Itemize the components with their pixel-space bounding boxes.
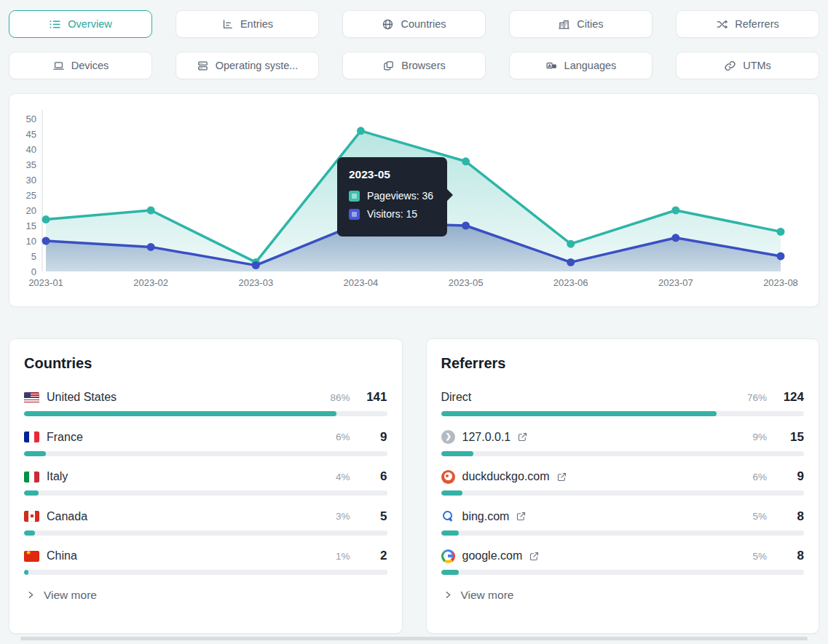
tab-countries[interactable]: Countries — [342, 10, 486, 38]
progress-track — [24, 451, 387, 456]
progress-track — [24, 570, 387, 575]
external-link-icon[interactable] — [529, 551, 540, 562]
server-icon — [197, 60, 209, 72]
progress-fill — [441, 570, 460, 575]
country-row-china: China 1% 2 — [24, 549, 387, 575]
progress-fill — [441, 530, 460, 536]
tab-devices[interactable]: Devices — [9, 52, 152, 79]
external-link-icon[interactable] — [516, 511, 527, 522]
duckduckgo-favicon-icon — [441, 470, 455, 484]
tab-browsers-label: Browsers — [401, 60, 445, 71]
country-name[interactable]: Canada — [47, 510, 87, 523]
tab-overview[interactable]: Overview — [9, 10, 152, 38]
referrer-count: 8 — [779, 509, 804, 524]
svg-text:5: 5 — [31, 251, 36, 262]
referrer-row-127-0-0-1: 127.0.0.1 9% 15 — [441, 430, 805, 456]
referrer-percent: 9% — [752, 432, 767, 442]
tab-languages[interactable]: Languages — [509, 52, 652, 79]
google-favicon-icon — [441, 549, 455, 563]
svg-text:2023-06: 2023-06 — [553, 277, 588, 288]
country-percent: 3% — [336, 511, 350, 522]
referrer-row-duckduckgo: duckduckgo.com 6% 9 — [441, 469, 805, 496]
referrer-count: 8 — [779, 549, 804, 563]
referrer-name[interactable]: bing.com — [462, 510, 510, 523]
visitors-legend-swatch — [349, 209, 360, 220]
progress-track — [24, 490, 387, 496]
list-icon — [49, 18, 61, 31]
shuffle-icon — [716, 18, 728, 31]
buildings-icon — [558, 18, 570, 31]
country-name[interactable]: France — [47, 431, 83, 444]
country-name[interactable]: China — [47, 549, 77, 562]
referrer-name[interactable]: duckduckgo.com — [462, 470, 550, 483]
referrer-name[interactable]: google.com — [462, 549, 523, 562]
progress-fill — [24, 451, 46, 456]
country-name[interactable]: Italy — [47, 470, 68, 483]
referrer-count: 124 — [779, 390, 804, 405]
tab-utms[interactable]: UTMs — [676, 52, 819, 79]
progress-fill — [441, 490, 463, 496]
country-percent: 4% — [336, 472, 350, 482]
country-name[interactable]: United States — [47, 391, 117, 404]
referrer-name[interactable]: 127.0.0.1 — [462, 431, 511, 444]
italy-flag-icon — [24, 472, 39, 482]
country-row-canada: Canada 3% 5 — [24, 509, 387, 536]
tab-referrers[interactable]: Referrers — [676, 10, 819, 38]
progress-fill — [24, 570, 28, 575]
external-link-icon[interactable] — [556, 472, 567, 482]
countries-card-title: Countries — [24, 355, 387, 372]
tab-row-1: Overview Entries Countries Cities Referr… — [9, 10, 819, 38]
svg-text:2023-04: 2023-04 — [344, 277, 379, 288]
tooltip-visitors-value: Visitors: 15 — [367, 208, 417, 220]
tab-devices-label: Devices — [71, 60, 109, 71]
view-more-label: View more — [44, 589, 97, 602]
view-more-label: View more — [461, 589, 514, 602]
bing-favicon-icon — [441, 509, 455, 523]
tooltip-pageviews-value: Pageviews: 36 — [367, 190, 433, 202]
countries-view-more-button[interactable]: View more — [24, 589, 387, 602]
referrers-card: Referrers Direct 76% 124 127.0.0.1 9% 15 — [426, 338, 820, 634]
us-flag-icon — [24, 392, 39, 403]
referrer-count: 15 — [779, 430, 804, 445]
country-count: 5 — [363, 509, 387, 524]
svg-text:30: 30 — [26, 175, 36, 186]
france-flag-icon — [24, 432, 39, 442]
china-flag-icon — [24, 551, 39, 562]
referrer-percent: 5% — [752, 511, 767, 522]
stats-cards-row: Countries United States 86% 141 France 6… — [9, 338, 819, 634]
tab-languages-label: Languages — [564, 60, 617, 71]
progress-fill — [24, 530, 35, 536]
globe-icon — [382, 18, 394, 31]
svg-text:2023-08: 2023-08 — [763, 277, 798, 288]
chevron-right-icon — [443, 590, 453, 600]
tab-referrers-label: Referrers — [735, 18, 778, 30]
tooltip-date: 2023-05 — [349, 168, 435, 181]
external-link-icon[interactable] — [517, 432, 528, 442]
laptop-icon — [52, 60, 65, 72]
tab-browsers[interactable]: Browsers — [342, 52, 486, 79]
tab-utms-label: UTMs — [743, 60, 771, 71]
referrers-view-more-button[interactable]: View more — [441, 589, 805, 602]
svg-text:2023-07: 2023-07 — [658, 277, 693, 288]
tab-entries[interactable]: Entries — [176, 10, 319, 38]
country-count: 2 — [363, 549, 387, 563]
svg-text:2023-02: 2023-02 — [133, 277, 168, 288]
windows-icon — [382, 60, 395, 72]
referrer-percent: 5% — [752, 551, 767, 562]
progress-track — [441, 530, 805, 536]
tooltip-visitors-row: Visitors: 15 — [349, 208, 435, 220]
progress-track — [441, 490, 805, 496]
bar-chart-icon — [221, 18, 234, 31]
tab-row-2: Devices Operating syste... Browsers Lang… — [9, 52, 819, 79]
svg-text:10: 10 — [26, 236, 36, 247]
country-count: 6 — [363, 469, 387, 484]
tab-cities[interactable]: Cities — [509, 10, 652, 38]
progress-track — [24, 411, 387, 416]
referrer-row-google: google.com 5% 8 — [441, 549, 805, 575]
pageviews-legend-swatch — [349, 191, 360, 202]
link-icon — [724, 60, 736, 72]
progress-track — [441, 570, 805, 575]
tab-countries-label: Countries — [401, 18, 446, 30]
referrer-name[interactable]: Direct — [441, 391, 472, 404]
tab-operating-systems[interactable]: Operating syste... — [176, 52, 319, 79]
